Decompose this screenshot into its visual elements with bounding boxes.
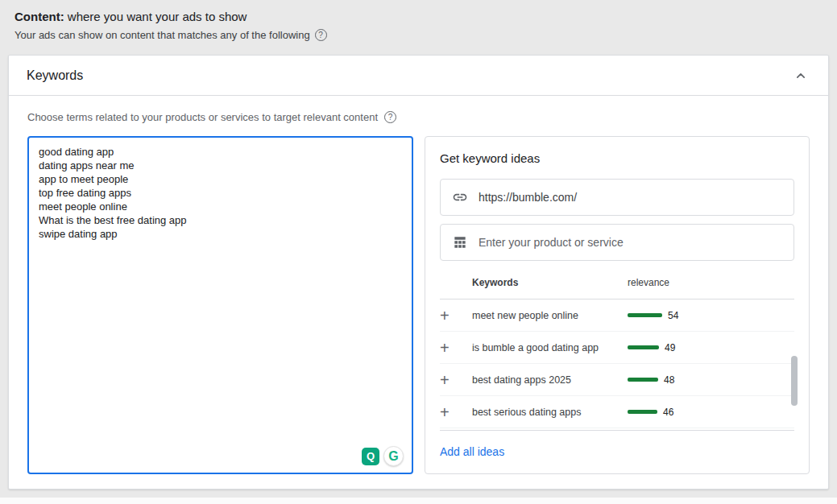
link-icon [452,189,468,205]
keyword-idea-row: + best serious dating apps 46 [440,396,794,428]
quillbot-icon[interactable]: Q [362,448,379,465]
panel-instruction: Choose terms related to your products or… [9,96,828,123]
idea-keyword: best serious dating apps [472,407,628,418]
scrollbar[interactable] [791,356,798,406]
page-subtitle-text: Your ads can show on content that matche… [15,29,310,41]
keyword-ideas-panel: Get keyword ideas https://bumble.com/ En… [425,136,810,474]
add-keyword-button[interactable]: + [440,372,456,388]
relevance-value: 48 [664,374,674,386]
relevance-bar [628,345,659,349]
idea-keyword: meet new people online [472,310,628,321]
relevance-bar [628,378,658,382]
panel-title: Keywords [27,68,83,83]
column-header-keywords: Keywords [472,277,628,288]
relevance-cell: 48 [628,374,794,386]
help-icon[interactable]: ? [315,29,327,41]
keyword-idea-row: + is bumble a good dating app 49 [440,332,794,364]
ideas-footer: Add all ideas [440,430,794,473]
grammarly-icon[interactable]: G [383,446,404,466]
product-service-placeholder: Enter your product or service [479,236,624,249]
column-header-relevance: relevance [628,277,794,288]
keywords-panel-header[interactable]: Keywords [9,56,828,96]
chevron-up-icon[interactable] [791,66,810,85]
page-title-bold: Content: [15,10,64,23]
panel-instruction-text: Choose terms related to your products or… [27,111,378,123]
page-title-rest: where you want your ads to show [64,10,247,23]
panel-columns: good dating app dating apps near me app … [9,123,828,474]
content-targeting-page: Content: where you want your ads to show… [0,0,837,504]
relevance-bar [628,410,657,414]
keyword-idea-row: + meet new people online 54 [440,300,794,332]
page-subtitle: Your ads can show on content that matche… [15,29,822,41]
add-keyword-button[interactable]: + [440,340,456,356]
url-input-value: https://bumble.com/ [479,191,577,204]
keywords-textarea-value: good dating app dating apps near me app … [39,145,402,241]
relevance-value: 49 [665,342,675,353]
relevance-value: 54 [668,310,678,321]
url-input[interactable]: https://bumble.com/ [440,179,794,216]
section-header: Content: where you want your ads to show… [0,0,837,41]
relevance-cell: 54 [628,310,794,321]
keywords-panel: Keywords Choose terms related to your pr… [8,55,829,490]
keywords-textarea[interactable]: good dating app dating apps near me app … [27,136,413,474]
relevance-bar [628,313,662,317]
grid-icon [452,234,468,250]
relevance-value: 46 [663,407,673,418]
bottom-strip [0,498,837,504]
ideas-title: Get keyword ideas [440,151,794,165]
add-keyword-button[interactable]: + [440,308,456,324]
relevance-cell: 49 [628,342,794,353]
keyword-idea-row: + best dating apps 2025 48 [440,364,794,396]
page-title: Content: where you want your ads to show [15,10,822,23]
ideas-table-header: Keywords relevance [440,266,794,300]
product-service-input[interactable]: Enter your product or service [440,224,794,261]
add-all-ideas-link[interactable]: Add all ideas [440,445,504,458]
relevance-cell: 46 [628,407,794,418]
idea-keyword: best dating apps 2025 [472,374,628,386]
extension-badges: Q G [362,446,404,466]
help-icon[interactable]: ? [384,111,396,123]
idea-keyword: is bumble a good dating app [472,342,628,353]
add-keyword-button[interactable]: + [440,404,456,420]
